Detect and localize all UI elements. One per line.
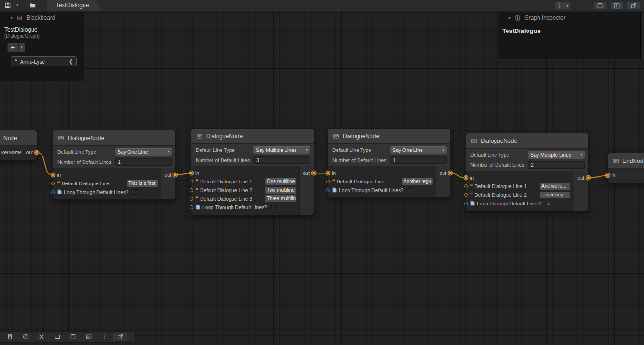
edge[interactable]	[589, 176, 607, 178]
blackboard-panel-button[interactable]	[66, 333, 80, 341]
inspector-header[interactable]: ≡ ▼ Graph Inspector	[498, 12, 640, 23]
in-port[interactable]	[464, 176, 468, 180]
out-port[interactable]	[448, 171, 452, 175]
hamburger-icon[interactable]: ≡	[3, 15, 6, 21]
loop-port[interactable]	[51, 190, 55, 194]
add-property-caret[interactable]: ▾	[19, 43, 25, 52]
loop-port[interactable]	[190, 205, 193, 209]
line-port[interactable]	[464, 184, 468, 188]
dialogue-line-input[interactable]: This is a first	[127, 180, 158, 187]
quote-icon: ❝	[195, 187, 198, 193]
edge[interactable]	[451, 173, 465, 178]
more-menu-button[interactable]: ⋮	[555, 1, 564, 10]
graph-inspector-panel[interactable]: ≡ ▼ Graph Inspector TestDialogue	[498, 12, 641, 59]
loop-checkbox[interactable]	[271, 205, 277, 210]
document-panel-button[interactable]	[3, 333, 17, 341]
node-title[interactable]: DialogueNode	[328, 129, 450, 144]
dialogue-line-input[interactable]: Another regu	[402, 178, 433, 185]
load-button[interactable]	[28, 1, 37, 10]
out-port[interactable]	[173, 173, 177, 177]
collapse-icon[interactable]: ▼	[507, 16, 511, 20]
node-title[interactable]: DialogueNode	[191, 129, 314, 144]
num-lines-input[interactable]: 1	[390, 156, 447, 164]
num-lines-input[interactable]: 2	[528, 161, 585, 169]
toggle-blackboard-button[interactable]	[593, 1, 607, 10]
blackboard-panel[interactable]: ≡ ▼ Blackboard TestDialogue (DialogueGra…	[0, 12, 84, 81]
in-port[interactable]	[190, 171, 193, 175]
collapse-icon[interactable]: ▼	[10, 16, 13, 20]
add-property-button[interactable]: +	[7, 43, 19, 52]
line-port[interactable]	[190, 197, 193, 201]
out-port[interactable]	[35, 151, 39, 154]
blackboard-field-anna-lyse[interactable]: ❝ Anna-Lyse ❮	[11, 56, 77, 66]
line-port[interactable]	[51, 182, 55, 185]
line-type-dropdown[interactable]: Say Multiple Lines ▾	[253, 146, 310, 154]
dialogue-node-1[interactable]: DialogueNode Default Line Type Say One L…	[53, 130, 176, 200]
tools-button[interactable]	[34, 333, 48, 341]
info-panel-button[interactable]	[19, 333, 32, 341]
out-port-label: out	[577, 175, 584, 181]
edge[interactable]	[37, 153, 53, 175]
line-port[interactable]	[190, 188, 193, 192]
dialogue-line-input[interactable]: And we're...	[540, 183, 570, 190]
end-node[interactable]: EndNode in	[607, 153, 644, 183]
blackboard-header[interactable]: ≡ ▼ Blackboard	[0, 12, 84, 23]
start-node[interactable]: Node kerName out	[0, 130, 37, 160]
port-row: in	[328, 169, 436, 176]
more-icon: ⋮	[102, 334, 107, 340]
line-port[interactable]	[464, 193, 468, 197]
edge[interactable]	[176, 173, 191, 175]
num-lines-input[interactable]: 3	[253, 156, 310, 164]
node-title[interactable]: Node	[0, 130, 37, 146]
loop-port[interactable]	[464, 202, 468, 205]
dialogue-line-input[interactable]: ...in a loop	[540, 192, 570, 198]
node-title[interactable]: DialogueNode	[466, 133, 588, 149]
in-port[interactable]	[606, 173, 610, 177]
loop-checkbox[interactable]	[133, 189, 138, 195]
dialogue-node-3[interactable]: DialogueNode Default Line Type Say One L…	[327, 128, 451, 198]
tab-testdialogue[interactable]: TestDialogue	[47, 0, 101, 11]
out-port-label: out	[439, 170, 446, 176]
node-title[interactable]: EndNode	[608, 153, 644, 169]
dialogue-node-icon	[471, 138, 477, 144]
loop-checkbox[interactable]: ✓	[546, 201, 551, 206]
console-button[interactable]	[82, 333, 95, 341]
dialogue-node-4[interactable]: DialogueNode Default Line Type Say Multi…	[465, 133, 589, 211]
end-node-icon	[612, 158, 619, 164]
chevron-left-icon[interactable]: ❮	[69, 58, 73, 65]
line-port[interactable]	[190, 180, 193, 183]
out-port[interactable]	[586, 176, 590, 180]
in-port[interactable]	[51, 173, 55, 177]
more-button[interactable]: ⋮	[97, 333, 111, 341]
line-type-dropdown[interactable]: Say Multiple Lines ▾	[528, 151, 585, 159]
hamburger-icon[interactable]: ≡	[501, 15, 504, 21]
save-button[interactable]	[3, 1, 12, 10]
dropdown-value: Say One Line	[392, 147, 423, 153]
dialogue-line-input[interactable]: Three multilin	[265, 195, 296, 202]
dialogue-line-input[interactable]: Two multiline	[265, 187, 296, 194]
field-label: Default Line Type	[330, 147, 388, 153]
out-port[interactable]	[312, 171, 316, 175]
dialogue-line-input[interactable]: One multiline	[265, 178, 296, 185]
graph-canvas[interactable]: Node kerName out DialogueNode Default Li…	[0, 0, 644, 345]
dialogue-node-2[interactable]: DialogueNode Default Line Type Say Multi…	[191, 128, 314, 215]
num-lines-input[interactable]: 1	[115, 158, 172, 166]
node-title[interactable]: DialogueNode	[53, 130, 175, 146]
more-menu-caret[interactable]: ▾	[564, 1, 571, 10]
frame-button[interactable]	[50, 333, 64, 341]
line-type-dropdown[interactable]: Say One Line ▾	[115, 148, 172, 156]
line-port[interactable]	[326, 180, 330, 183]
save-options-caret[interactable]: ▾	[13, 1, 21, 10]
loop-checkbox[interactable]	[408, 187, 413, 193]
line-type-dropdown[interactable]: Say One Line ▾	[390, 146, 447, 154]
popout-button[interactable]	[113, 333, 127, 341]
toggle-inspector-button[interactable]	[610, 1, 623, 10]
loop-port[interactable]	[326, 188, 330, 192]
in-port[interactable]	[326, 171, 330, 175]
bottom-toolbar: ⋮	[0, 331, 136, 343]
in-port-label: in	[57, 172, 61, 178]
input-value: 1	[393, 157, 396, 163]
toggle-minimap-button[interactable]	[627, 1, 640, 10]
quote-icon: ❝	[469, 183, 473, 189]
quote-icon: ❝	[195, 196, 198, 201]
